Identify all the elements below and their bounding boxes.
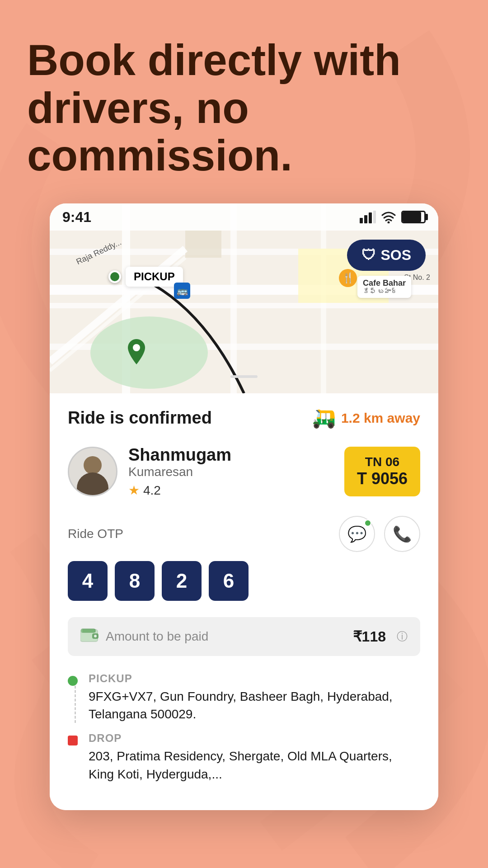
rating-value: 4.2 (143, 483, 161, 498)
drag-handle[interactable] (230, 375, 258, 378)
bus-stop-icon: 🚌 (174, 283, 190, 299)
svg-rect-4 (230, 203, 237, 393)
otp-header: Ride OTP 💬 📞 (68, 516, 420, 552)
license-plate: TN 06 T 9056 (344, 447, 420, 496)
driver-rating: ★ 4.2 (128, 483, 231, 498)
drop-dot-area (68, 732, 78, 783)
distance-text: 1.2 km away (341, 410, 420, 426)
sos-shield-icon: 🛡 (361, 247, 376, 264)
online-indicator (364, 519, 371, 527)
sos-button[interactable]: 🛡 SOS (347, 240, 426, 271)
driver-details: Shanmugam Kumaresan ★ 4.2 (128, 445, 231, 498)
route-dashes (75, 686, 76, 723)
svg-rect-11 (360, 218, 363, 223)
pickup-type-label: PICKUP (89, 672, 420, 685)
otp-digit-1: 4 (68, 561, 108, 601)
pickup-dot-area (68, 672, 78, 723)
otp-digit-2: 8 (115, 561, 155, 601)
map-area: 9:41 (50, 203, 438, 393)
hero-section: Book directly with drivers, no commissio… (27, 36, 461, 179)
pickup-location-dot (68, 676, 78, 686)
wifi-icon (381, 211, 396, 223)
amount-label: Amount to be paid (106, 629, 346, 644)
svg-rect-14 (373, 211, 376, 223)
pickup-dot (108, 270, 121, 283)
ride-confirmed-row: Ride is confirmed 🛺 1.2 km away (68, 407, 420, 429)
action-buttons: 💬 📞 (339, 516, 420, 552)
auto-rickshaw-icon: 🛺 (312, 407, 336, 429)
status-bar: 9:41 (50, 203, 438, 231)
pickup-route-item: PICKUP 9FXG+VX7, Gun Foundry, Basheer Ba… (68, 672, 420, 723)
battery-icon (401, 211, 426, 223)
drop-pin (126, 339, 147, 366)
driver-row: Shanmugam Kumaresan ★ 4.2 TN 06 T 9056 (68, 445, 420, 498)
driver-name: Shanmugam (128, 445, 231, 465)
amount-row: Amount to be paid ₹118 ⓘ (68, 617, 420, 656)
star-icon: ★ (128, 483, 140, 498)
cafe-pin: 🍴 (339, 269, 357, 287)
ride-confirmed-text: Ride is confirmed (68, 408, 212, 428)
call-button[interactable]: 📞 (384, 516, 420, 552)
drop-location-dot (68, 736, 78, 745)
svg-point-16 (133, 344, 140, 351)
driver-info: Shanmugam Kumaresan ★ 4.2 (68, 445, 231, 498)
signal-icon (360, 211, 376, 223)
drop-type-label: DROP (89, 732, 420, 745)
otp-digit-4: 6 (209, 561, 249, 601)
svg-point-8 (90, 316, 208, 389)
driver-subname: Kumaresan (128, 465, 231, 479)
svg-rect-2 (50, 303, 438, 308)
svg-rect-10 (185, 231, 221, 258)
cafe-label: Cafe Bahar కేఫ్ బహార్ (357, 276, 411, 298)
content-area: Ride is confirmed 🛺 1.2 km away Shanmuga… (50, 393, 438, 810)
svg-point-15 (388, 222, 390, 224)
otp-label: Ride OTP (68, 527, 123, 541)
route-section: PICKUP 9FXG+VX7, Gun Foundry, Basheer Ba… (68, 672, 420, 783)
phone-mockup: 9:41 (50, 203, 438, 810)
otp-section: Ride OTP 💬 📞 4 8 2 6 (68, 516, 420, 601)
cafe-name: Cafe Bahar (363, 278, 406, 288)
status-time: 9:41 (62, 209, 91, 226)
wallet-icon (80, 627, 99, 646)
plate-line2: T 9056 (357, 469, 408, 488)
distance-badge: 🛺 1.2 km away (312, 407, 420, 429)
svg-point-20 (94, 635, 97, 637)
plate-line1: TN 06 (357, 455, 408, 469)
svg-rect-12 (364, 215, 367, 223)
drop-route-item: DROP 203, Pratima Residency, Shergate, O… (68, 732, 420, 783)
pickup-marker: PICKUP (108, 267, 183, 287)
sos-label: SOS (380, 247, 411, 264)
amount-value: ₹118 (353, 628, 386, 645)
pickup-address: 9FXG+VX7, Gun Foundry, Basheer Bagh, Hyd… (89, 688, 420, 723)
drop-text-area: DROP 203, Pratima Residency, Shergate, O… (89, 732, 420, 783)
hero-title: Book directly with drivers, no commissio… (27, 36, 461, 179)
svg-rect-13 (369, 212, 372, 223)
cafe-name-telugu: కేఫ్ బహార్ (363, 288, 406, 295)
pickup-text-area: PICKUP 9FXG+VX7, Gun Foundry, Basheer Ba… (89, 672, 420, 723)
otp-digits: 4 8 2 6 (68, 561, 420, 601)
status-icons (360, 211, 426, 223)
drop-address: 203, Pratima Residency, Shergate, Old ML… (89, 747, 420, 783)
chat-button[interactable]: 💬 (339, 516, 375, 552)
otp-digit-3: 2 (162, 561, 202, 601)
avatar-head (84, 456, 102, 474)
avatar-body (77, 472, 108, 495)
driver-avatar (68, 447, 117, 496)
info-icon[interactable]: ⓘ (397, 629, 408, 644)
